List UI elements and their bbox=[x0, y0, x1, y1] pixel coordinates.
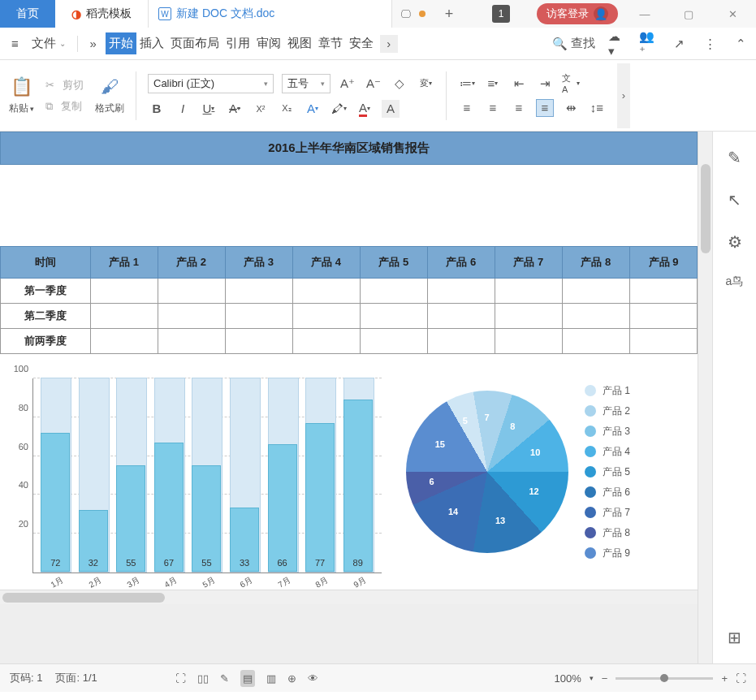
collapse-ribbon-icon[interactable]: ⌃ bbox=[732, 35, 750, 53]
strikethrough-button[interactable]: A▾ bbox=[226, 100, 244, 118]
pencil-icon[interactable]: ✎ bbox=[728, 148, 741, 167]
table-header: 产品 4 bbox=[292, 247, 360, 279]
more-icon[interactable]: ⋮ bbox=[701, 35, 719, 53]
login-button[interactable]: 访客登录 👤 bbox=[537, 3, 618, 24]
zoom-out-button[interactable]: − bbox=[602, 672, 608, 685]
subscript-button[interactable]: X₂ bbox=[278, 100, 296, 118]
highlight-button[interactable]: 🖍▾ bbox=[330, 100, 348, 118]
tab-count-badge[interactable]: 1 bbox=[492, 5, 510, 23]
side-panel: ✎ ↖ ⚙ a鸟 ⊞ bbox=[712, 132, 756, 663]
horizontal-scrollbar[interactable] bbox=[0, 590, 698, 604]
share-icon[interactable]: ↗ bbox=[670, 35, 688, 53]
display-icon[interactable]: 🖵 bbox=[400, 8, 411, 20]
zoom-in-button[interactable]: + bbox=[721, 672, 728, 685]
tab-view[interactable]: 视图 bbox=[284, 32, 315, 54]
edit-mode-icon[interactable]: ✎ bbox=[220, 672, 229, 685]
docell-icon: ◑ bbox=[71, 7, 81, 20]
numbering-button[interactable]: ≡▾ bbox=[484, 75, 502, 93]
new-tab-button[interactable]: + bbox=[433, 0, 465, 28]
zoom-slider[interactable] bbox=[616, 677, 713, 680]
settings-sliders-icon[interactable]: ⚙ bbox=[728, 232, 742, 252]
table-header: 产品 1 bbox=[90, 247, 158, 279]
align-justify-button[interactable]: ≡ bbox=[536, 99, 554, 117]
print-layout-icon[interactable]: ▤ bbox=[240, 670, 255, 687]
copy-button[interactable]: ⧉复制 bbox=[45, 99, 84, 114]
ribbon-tabs: 开始 插入 页面布局 引用 审阅 视图 章节 安全 bbox=[106, 32, 377, 54]
menu-bar: ≡ 文件⌄ » 开始 插入 页面布局 引用 审阅 视图 章节 安全 › 🔍 查找… bbox=[0, 28, 756, 60]
close-button[interactable]: ✕ bbox=[715, 0, 750, 28]
grow-font-button[interactable]: A⁺ bbox=[339, 75, 356, 93]
table-header: 产品 7 bbox=[495, 247, 562, 279]
tab-security[interactable]: 安全 bbox=[346, 32, 377, 54]
paste-group[interactable]: 📋 粘贴▾ bbox=[8, 76, 34, 115]
search-button[interactable]: 🔍 查找 bbox=[552, 36, 595, 51]
italic-button[interactable]: I bbox=[174, 100, 192, 118]
grid-apps-icon[interactable]: ⊞ bbox=[728, 628, 741, 647]
distributed-button[interactable]: ⇹ bbox=[562, 99, 580, 117]
increase-indent-button[interactable]: ⇥ bbox=[536, 75, 554, 93]
fullscreen-icon[interactable]: ⛶ bbox=[175, 672, 186, 685]
zoom-level-label: 100% bbox=[555, 672, 581, 685]
eye-icon[interactable]: 👁 bbox=[308, 672, 318, 685]
line-spacing-button[interactable]: ↕≡ bbox=[588, 99, 606, 117]
tab-templates[interactable]: ◑ 稻壳模板 bbox=[55, 0, 149, 28]
overflow-right[interactable]: › bbox=[380, 35, 398, 53]
translate-icon[interactable]: a鸟 bbox=[726, 274, 744, 289]
fit-page-icon[interactable]: ⛶ bbox=[736, 672, 746, 685]
page-viewport[interactable]: 2016上半年华南区域销售报告 时间产品 1产品 2产品 3产品 4产品 5产品… bbox=[0, 132, 698, 663]
legend-item: 产品 4 bbox=[585, 445, 630, 459]
text-effects-button[interactable]: A▾ bbox=[304, 100, 322, 118]
tab-insert[interactable]: 插入 bbox=[136, 32, 167, 54]
scissors-icon: ✂ bbox=[45, 79, 54, 91]
cut-button[interactable]: ✂剪切 bbox=[45, 78, 84, 93]
pie-chart: 57810121314615 bbox=[406, 391, 568, 553]
font-color-button[interactable]: A▾ bbox=[356, 100, 374, 118]
cursor-icon[interactable]: ↖ bbox=[728, 190, 741, 210]
share-add-icon[interactable]: 👥⁺ bbox=[639, 35, 657, 53]
read-mode-icon[interactable]: ▯▯ bbox=[197, 672, 209, 685]
table-header: 产品 2 bbox=[158, 247, 225, 279]
decrease-indent-button[interactable]: ⇤ bbox=[510, 75, 528, 93]
status-bar: 页码: 1 页面: 1/1 ⛶ ▯▯ ✎ ▤ ▥ ⊕ 👁 100%▾ − + ⛶ bbox=[0, 663, 756, 692]
maximize-button[interactable]: ▢ bbox=[672, 0, 706, 28]
clear-format-button[interactable]: ◇ bbox=[391, 75, 408, 93]
document-area: 2016上半年华南区域销售报告 时间产品 1产品 2产品 3产品 4产品 5产品… bbox=[0, 132, 756, 663]
ribbon-overflow-button[interactable]: › bbox=[617, 63, 630, 128]
text-direction-button[interactable]: 文A▾ bbox=[562, 75, 580, 93]
chevron-down-icon: ⌄ bbox=[59, 39, 66, 48]
tab-document[interactable]: W 新建 DOC 文档.doc bbox=[149, 0, 392, 28]
shrink-font-button[interactable]: A⁻ bbox=[365, 75, 382, 93]
legend-item: 产品 2 bbox=[585, 404, 630, 418]
minimize-button[interactable]: — bbox=[628, 0, 662, 28]
bar-chart: 20406080100721月322月553月674月555月336月667月7… bbox=[32, 378, 382, 573]
cloud-sync-icon[interactable]: ☁▾ bbox=[608, 35, 626, 53]
page: 2016上半年华南区域销售报告 时间产品 1产品 2产品 3产品 4产品 5产品… bbox=[0, 132, 698, 590]
tab-home[interactable]: 首页 bbox=[0, 0, 55, 28]
underline-button[interactable]: U▾ bbox=[200, 100, 218, 118]
web-layout-icon[interactable]: ⊕ bbox=[287, 672, 296, 685]
char-shading-button[interactable]: A bbox=[382, 100, 400, 118]
align-left-button[interactable]: ≡ bbox=[458, 99, 476, 117]
font-size-select[interactable]: 五号▾ bbox=[282, 74, 330, 93]
search-icon: 🔍 bbox=[552, 37, 568, 51]
table-row: 第二季度 bbox=[1, 304, 698, 329]
bold-button[interactable]: B bbox=[148, 100, 166, 118]
file-menu[interactable]: 文件⌄ bbox=[27, 32, 71, 54]
tab-references[interactable]: 引用 bbox=[222, 32, 253, 54]
bullets-button[interactable]: ≔▾ bbox=[458, 75, 476, 93]
hamburger-menu[interactable]: ≡ bbox=[6, 33, 24, 54]
tab-sections[interactable]: 章节 bbox=[315, 32, 346, 54]
copy-icon: ⧉ bbox=[45, 100, 53, 113]
outline-icon[interactable]: ▥ bbox=[266, 672, 276, 685]
format-painter-button[interactable]: 🖌 格式刷 bbox=[95, 76, 124, 115]
superscript-button[interactable]: X² bbox=[252, 100, 270, 118]
tab-start[interactable]: 开始 bbox=[106, 32, 136, 54]
vertical-scrollbar[interactable] bbox=[698, 132, 712, 663]
phonetic-guide-button[interactable]: 変▾ bbox=[417, 75, 434, 93]
tab-page-layout[interactable]: 页面布局 bbox=[167, 32, 222, 54]
overflow-left[interactable]: » bbox=[84, 35, 102, 53]
tab-review[interactable]: 审阅 bbox=[253, 32, 284, 54]
font-select[interactable]: Calibri (正文)▾ bbox=[148, 74, 274, 93]
align-right-button[interactable]: ≡ bbox=[510, 99, 528, 117]
align-center-button[interactable]: ≡ bbox=[484, 99, 502, 117]
